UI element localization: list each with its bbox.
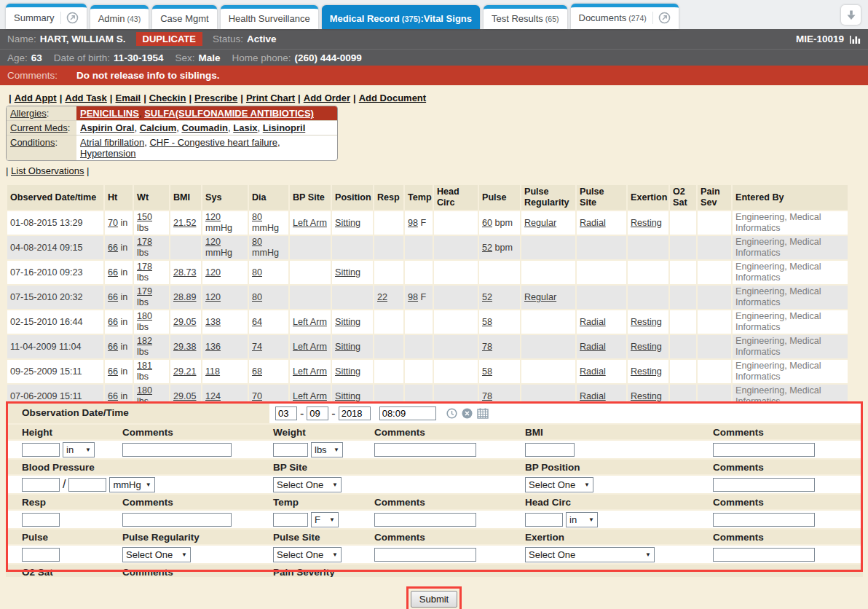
print-chart-link[interactable]: Print Chart bbox=[246, 93, 295, 103]
bp-site-select[interactable]: Select One▼ bbox=[273, 477, 342, 492]
tab-health-surveillance[interactable]: Health Surveillance bbox=[221, 5, 318, 29]
resp-comments-input[interactable] bbox=[122, 513, 232, 527]
download-button[interactable] bbox=[841, 5, 861, 25]
observation-value-link[interactable]: Left Arm bbox=[293, 317, 327, 327]
height-unit-select[interactable]: in▼ bbox=[63, 442, 95, 457]
observation-value-link[interactable]: 66 bbox=[108, 366, 118, 377]
observation-value-link[interactable]: 21.52 bbox=[173, 218, 197, 228]
observation-value-link[interactable]: Left Arm bbox=[293, 218, 327, 228]
bp-systolic-input[interactable] bbox=[22, 478, 60, 492]
observation-value-link[interactable]: 66 bbox=[108, 391, 118, 401]
bmi-input[interactable] bbox=[525, 443, 575, 457]
bp-unit-select[interactable]: mmHg▼ bbox=[109, 477, 154, 492]
observation-value-link[interactable]: Resting bbox=[631, 366, 662, 377]
add-appt-link[interactable]: Add Appt bbox=[15, 93, 57, 103]
observation-value-link[interactable]: 118 bbox=[205, 366, 220, 377]
temp-input[interactable] bbox=[273, 513, 308, 527]
observation-value-link[interactable]: 80 bbox=[252, 237, 262, 247]
submit-button[interactable]: Submit bbox=[411, 591, 457, 608]
head-circ-unit-select[interactable]: in▼ bbox=[566, 512, 598, 527]
current-meds-link[interactable]: Current Meds bbox=[10, 122, 68, 133]
observation-value-link[interactable]: Radial bbox=[580, 366, 606, 377]
email-link[interactable]: Email bbox=[115, 93, 141, 103]
pulse-site-select[interactable]: Select One▼ bbox=[273, 547, 342, 562]
duplicate-badge[interactable]: DUPLICATE bbox=[136, 32, 202, 46]
observation-value-link[interactable]: Sitting bbox=[335, 218, 360, 228]
observation-value-link[interactable]: 180 bbox=[137, 311, 152, 321]
observation-value-link[interactable]: 66 bbox=[108, 267, 118, 278]
temp-unit-select[interactable]: F▼ bbox=[311, 512, 339, 527]
checkin-link[interactable]: Checkin bbox=[149, 93, 186, 103]
observation-value-link[interactable]: Regular bbox=[524, 292, 556, 302]
observation-value-link[interactable]: 181 bbox=[137, 361, 152, 371]
observation-value-link[interactable]: 66 bbox=[108, 292, 118, 302]
observation-value-link[interactable]: 66 bbox=[108, 317, 118, 327]
observation-value-link[interactable]: 28.73 bbox=[173, 267, 197, 278]
observation-value-link[interactable]: Radial bbox=[580, 391, 606, 401]
observation-value-link[interactable]: 60 bbox=[482, 218, 492, 228]
observation-value-link[interactable]: 52 bbox=[482, 292, 492, 302]
observation-value-link[interactable]: 80 bbox=[252, 292, 262, 302]
tab-test-results[interactable]: Test Results (65) bbox=[484, 5, 567, 29]
observation-value-link[interactable]: 120 bbox=[205, 267, 221, 278]
condition-link[interactable]: CHF - Congestive heart failure bbox=[149, 137, 277, 148]
external-link-icon[interactable] bbox=[60, 12, 79, 24]
observation-value-link[interactable]: Sitting bbox=[335, 366, 360, 377]
temp-comments-input[interactable] bbox=[374, 513, 476, 527]
tab-documents[interactable]: Documents (274) bbox=[571, 4, 679, 29]
exertion-select[interactable]: Select One▼ bbox=[525, 547, 655, 562]
observation-value-link[interactable]: Radial bbox=[580, 342, 606, 352]
observation-value-link[interactable]: Radial bbox=[580, 317, 606, 327]
pulse-input[interactable] bbox=[22, 548, 60, 562]
medication-link[interactable]: Lasix bbox=[233, 122, 257, 133]
observation-value-link[interactable]: 29.21 bbox=[173, 366, 197, 377]
obs-day-input[interactable] bbox=[307, 406, 328, 420]
condition-link[interactable]: Hypertension bbox=[80, 148, 136, 159]
observation-value-link[interactable]: 136 bbox=[205, 342, 221, 352]
observation-value-link[interactable]: 98 bbox=[408, 292, 418, 302]
observation-value-link[interactable]: Resting bbox=[631, 391, 662, 401]
obs-year-input[interactable] bbox=[339, 406, 371, 420]
observation-value-link[interactable]: 180 bbox=[137, 385, 152, 396]
medication-link[interactable]: Aspirin Oral bbox=[80, 122, 134, 133]
obs-month-input[interactable] bbox=[275, 406, 297, 420]
allergy-link[interactable]: PENICILLINS bbox=[80, 108, 139, 119]
observation-value-link[interactable]: 70 bbox=[108, 218, 118, 228]
pulse-regularity-select[interactable]: Select One▼ bbox=[122, 547, 191, 562]
calendar-icon[interactable] bbox=[477, 408, 489, 419]
observation-value-link[interactable]: Sitting bbox=[335, 317, 360, 327]
observation-value-link[interactable]: Left Arm bbox=[293, 366, 327, 377]
tab-summary[interactable]: Summary bbox=[6, 4, 87, 29]
tab-case-mgmt[interactable]: Case Mgmt bbox=[152, 5, 216, 29]
tab-medical-record[interactable]: Medical Record (375) :Vital Signs bbox=[322, 5, 480, 29]
bar-chart-icon[interactable] bbox=[849, 34, 861, 44]
external-link-icon[interactable] bbox=[652, 12, 671, 24]
observation-value-link[interactable]: 68 bbox=[252, 366, 262, 377]
observation-value-link[interactable]: 120 bbox=[205, 212, 221, 222]
observation-value-link[interactable]: Sitting bbox=[335, 267, 360, 278]
observation-value-link[interactable]: 66 bbox=[108, 243, 118, 253]
bmi-comments-input[interactable] bbox=[713, 443, 815, 457]
observation-value-link[interactable]: Resting bbox=[631, 342, 662, 352]
observation-value-link[interactable]: Sitting bbox=[335, 391, 360, 401]
weight-input[interactable] bbox=[273, 443, 308, 457]
bp-position-select[interactable]: Select One▼ bbox=[525, 477, 593, 492]
tab-admin[interactable]: Admin (43) bbox=[90, 5, 149, 29]
observation-value-link[interactable]: 66 bbox=[108, 342, 118, 352]
observation-value-link[interactable]: Sitting bbox=[335, 342, 360, 352]
observation-value-link[interactable]: 179 bbox=[137, 286, 152, 296]
medication-link[interactable]: Lisinopril bbox=[263, 122, 306, 133]
weight-comments-input[interactable] bbox=[374, 443, 476, 457]
clock-icon[interactable] bbox=[446, 408, 457, 419]
observation-value-link[interactable]: 29.05 bbox=[173, 317, 197, 327]
observation-value-link[interactable]: 78 bbox=[482, 342, 492, 352]
observation-value-link[interactable]: 138 bbox=[205, 317, 221, 327]
pulse-comments-input[interactable] bbox=[374, 548, 476, 562]
head-circ-input[interactable] bbox=[525, 513, 563, 527]
observation-value-link[interactable]: 182 bbox=[137, 336, 152, 346]
observation-value-link[interactable]: Left Arm bbox=[293, 342, 327, 352]
condition-link[interactable]: Atrial fibrillation bbox=[80, 137, 144, 148]
observation-value-link[interactable]: 29.05 bbox=[173, 391, 197, 401]
observation-value-link[interactable]: 124 bbox=[205, 391, 221, 401]
resp-input[interactable] bbox=[22, 513, 60, 527]
